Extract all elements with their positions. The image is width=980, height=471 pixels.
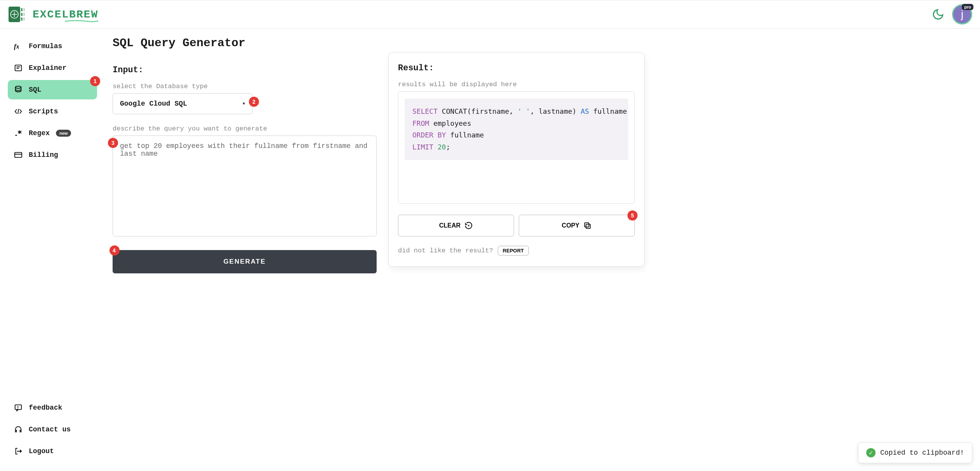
marker-2: 2 [249, 97, 259, 107]
logo-underline-icon [64, 20, 99, 23]
sidebar-item-label: Logout [29, 447, 54, 455]
svg-rect-23 [585, 223, 589, 227]
avatar-letter: j [961, 8, 963, 21]
svg-rect-8 [21, 17, 23, 21]
sidebar-item-scripts[interactable]: Scripts [8, 102, 97, 121]
sidebar-item-explainer[interactable]: Explainer [8, 58, 97, 78]
svg-rect-22 [586, 224, 591, 228]
logo-area[interactable]: EXCELBREW [8, 4, 138, 24]
svg-rect-5 [23, 8, 25, 11]
svg-point-20 [17, 408, 18, 409]
marker-1: 1 [90, 76, 100, 86]
svg-point-15 [16, 135, 17, 136]
sidebar-item-label: feedback [29, 404, 62, 412]
database-icon [14, 85, 23, 94]
report-button[interactable]: REPORT [498, 246, 529, 255]
copy-icon [583, 221, 592, 230]
query-textarea[interactable] [113, 136, 377, 236]
database-select-value: Google Cloud SQL [120, 100, 187, 108]
svg-rect-6 [21, 13, 23, 16]
sidebar-item-label: Billing [29, 151, 58, 159]
svg-rect-16 [15, 153, 22, 158]
feedback-text: did not like the result? [398, 247, 493, 254]
svg-text:fx: fx [14, 43, 19, 50]
toast-text: Copied to clipboard! [880, 449, 964, 457]
clear-label: CLEAR [439, 222, 460, 229]
header: EXCELBREW j pro [0, 0, 980, 29]
marker-5: 5 [627, 210, 638, 221]
logo-icon [8, 4, 28, 24]
input-heading: Input: [113, 65, 377, 75]
new-badge: new [56, 130, 71, 137]
svg-rect-7 [23, 13, 25, 16]
sidebar: fx Formulas Explainer 1 SQL Scripts Rege… [0, 29, 101, 469]
dark-mode-icon[interactable] [932, 8, 944, 21]
copy-label: COPY [562, 222, 579, 229]
main: SQL Query Generator Input: select the Da… [101, 29, 980, 469]
sidebar-item-label: Contact us [29, 426, 71, 433]
sidebar-item-feedback[interactable]: feedback [8, 398, 97, 417]
generate-label: GENERATE [223, 258, 266, 265]
card-icon [14, 151, 23, 159]
sql-code: SELECT CONCAT(firstname, ' ', lastname) … [405, 99, 628, 160]
copy-button[interactable]: 5 COPY [519, 215, 635, 236]
result-heading: Result: [398, 63, 635, 73]
pro-badge: pro [962, 4, 973, 10]
sidebar-item-label: Regex [29, 129, 50, 137]
svg-point-21 [468, 225, 469, 226]
sidebar-item-formulas[interactable]: fx Formulas [8, 36, 97, 56]
page-title: SQL Query Generator [113, 36, 377, 50]
reset-icon [464, 221, 473, 230]
db-label: select the Database type [113, 83, 377, 90]
result-box: SELECT CONCAT(firstname, ' ', lastname) … [398, 91, 635, 204]
svg-rect-4 [21, 8, 23, 11]
chat-icon [14, 403, 23, 412]
result-placeholder-text: results will be displayed here [398, 81, 635, 88]
sidebar-item-billing[interactable]: Billing [8, 145, 97, 165]
sidebar-item-sql[interactable]: 1 SQL [8, 80, 97, 99]
svg-point-14 [16, 86, 21, 89]
generate-button[interactable]: 4 GENERATE [113, 250, 377, 273]
check-icon: ✓ [866, 448, 876, 457]
logo-text: EXCELBREW [33, 9, 98, 21]
fx-icon: fx [14, 42, 23, 50]
avatar[interactable]: j pro [952, 4, 972, 24]
headset-icon [14, 425, 23, 434]
sidebar-item-label: Formulas [29, 42, 62, 50]
sidebar-item-label: SQL [29, 86, 41, 94]
caret-down-icon: ▼ [243, 102, 245, 106]
sidebar-item-logout[interactable]: Logout [8, 441, 97, 461]
logout-icon [14, 447, 23, 455]
sidebar-item-contact[interactable]: Contact us [8, 420, 97, 439]
svg-rect-9 [23, 17, 25, 21]
code-icon [14, 107, 23, 116]
regex-icon [14, 129, 23, 137]
clear-button[interactable]: CLEAR [398, 215, 514, 236]
header-right: j pro [932, 4, 972, 24]
marker-4: 4 [109, 245, 120, 255]
database-select[interactable]: 2 Google Cloud SQL ▼ [113, 93, 252, 114]
sidebar-item-label: Explainer [29, 64, 66, 72]
sidebar-item-regex[interactable]: Regex new [8, 123, 97, 143]
query-label: describe the query you want to generate [113, 125, 377, 132]
note-icon [14, 64, 23, 72]
result-panel: Result: results will be displayed here S… [388, 52, 645, 267]
marker-3: 3 [108, 138, 118, 148]
toast: ✓ Copied to clipboard! [858, 442, 972, 463]
sidebar-item-label: Scripts [29, 108, 58, 115]
